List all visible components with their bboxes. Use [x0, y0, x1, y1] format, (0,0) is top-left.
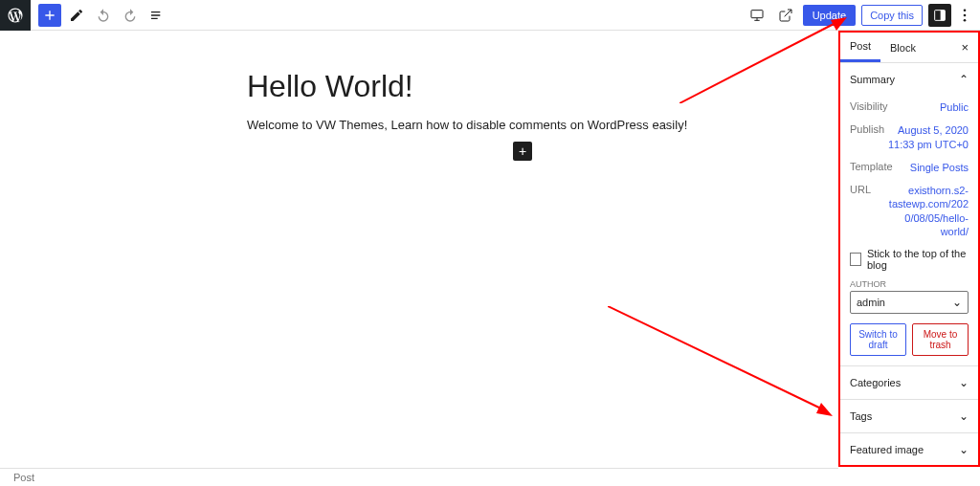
- settings-sidebar: Post Block × Summary ⌃ Visibility Public…: [838, 31, 980, 467]
- inline-add-block-button[interactable]: +: [513, 142, 532, 161]
- panel-categories: Categories ⌄: [840, 366, 978, 400]
- more-options-icon[interactable]: [957, 4, 972, 27]
- template-value[interactable]: Single Posts: [910, 161, 969, 174]
- svg-rect-2: [941, 10, 946, 20]
- panel-categories-label: Categories: [850, 377, 901, 388]
- panel-tags: Tags ⌄: [840, 400, 978, 433]
- update-button[interactable]: Update: [803, 5, 856, 26]
- publish-label: Publish: [850, 123, 884, 151]
- move-to-trash-button[interactable]: Move to trash: [912, 323, 969, 356]
- author-select[interactable]: admin ⌄: [850, 291, 969, 314]
- svg-point-4: [964, 13, 967, 16]
- url-row[interactable]: URL existhorn.s2-tastewp.com/2020/08/05/…: [850, 179, 969, 243]
- sticky-row[interactable]: Stick to the top of the blog: [850, 243, 969, 276]
- visibility-row[interactable]: Visibility Public: [850, 96, 969, 119]
- panel-featured-image-label: Featured image: [850, 444, 924, 455]
- add-block-button[interactable]: [38, 4, 61, 27]
- undo-button[interactable]: [92, 4, 115, 27]
- external-link-icon[interactable]: [774, 4, 797, 27]
- visibility-value[interactable]: Public: [940, 100, 969, 114]
- main-container: Hello World! Welcome to VW Themes, Learn…: [0, 31, 980, 467]
- switch-to-draft-button[interactable]: Switch to draft: [850, 323, 906, 356]
- document-overview-button[interactable]: [145, 4, 168, 27]
- panel-featured-image-head[interactable]: Featured image ⌄: [840, 433, 978, 466]
- panel-categories-head[interactable]: Categories ⌄: [840, 366, 978, 399]
- visibility-label: Visibility: [850, 100, 888, 114]
- chevron-up-icon: ⌃: [959, 73, 969, 86]
- breadcrumb-path[interactable]: Post: [13, 472, 34, 483]
- redo-button[interactable]: [119, 4, 142, 27]
- top-toolbar: Update Copy this: [0, 0, 980, 31]
- tab-block[interactable]: Block: [880, 34, 925, 61]
- publish-row[interactable]: Publish August 5, 2020 11:33 pm UTC+0: [850, 119, 969, 156]
- template-label: Template: [850, 161, 893, 174]
- edit-tool-button[interactable]: [65, 4, 88, 27]
- panel-summary-body: Visibility Public Publish August 5, 2020…: [840, 96, 978, 365]
- left-toolbar-group: [31, 4, 168, 27]
- template-row[interactable]: Template Single Posts: [850, 156, 969, 179]
- svg-point-5: [964, 18, 967, 21]
- author-value: admin: [857, 297, 885, 308]
- panel-summary-head[interactable]: Summary ⌃: [840, 63, 978, 96]
- footer-breadcrumb: Post: [0, 468, 838, 486]
- panel-tags-head[interactable]: Tags ⌄: [840, 400, 978, 432]
- close-sidebar-icon[interactable]: ×: [951, 34, 978, 60]
- panel-summary: Summary ⌃ Visibility Public Publish Augu…: [840, 63, 978, 366]
- url-value[interactable]: existhorn.s2-tastewp.com/2020/08/05/hell…: [887, 184, 969, 238]
- chevron-down-icon: ⌄: [959, 376, 969, 389]
- preview-desktop-icon[interactable]: [746, 4, 768, 27]
- action-button-row: Switch to draft Move to trash: [850, 323, 969, 356]
- chevron-down-icon: ⌄: [952, 296, 962, 309]
- sticky-checkbox[interactable]: [850, 253, 861, 266]
- publish-value[interactable]: August 5, 2020 11:33 pm UTC+0: [887, 123, 969, 151]
- svg-point-3: [964, 9, 967, 11]
- chevron-down-icon: ⌄: [959, 443, 969, 456]
- panel-tags-label: Tags: [850, 410, 872, 422]
- tab-post[interactable]: Post: [840, 33, 880, 62]
- svg-rect-0: [751, 10, 763, 17]
- right-toolbar-group: Update Copy this: [746, 4, 980, 27]
- url-label: URL: [850, 184, 871, 238]
- chevron-down-icon: ⌄: [959, 409, 969, 423]
- wordpress-logo[interactable]: [0, 0, 31, 31]
- panel-summary-label: Summary: [850, 74, 895, 85]
- copy-this-button[interactable]: Copy this: [861, 5, 923, 26]
- panel-featured-image: Featured image ⌄: [840, 433, 978, 467]
- post-paragraph[interactable]: Welcome to VW Themes, Learn how to disab…: [247, 118, 800, 132]
- sticky-label: Stick to the top of the blog: [867, 248, 969, 271]
- editor-canvas[interactable]: Hello World! Welcome to VW Themes, Learn…: [0, 31, 838, 467]
- sidebar-tabs: Post Block ×: [840, 33, 978, 63]
- author-heading: AUTHOR: [850, 276, 969, 291]
- post-title[interactable]: Hello World!: [247, 69, 800, 104]
- settings-toggle-button[interactable]: [928, 4, 951, 27]
